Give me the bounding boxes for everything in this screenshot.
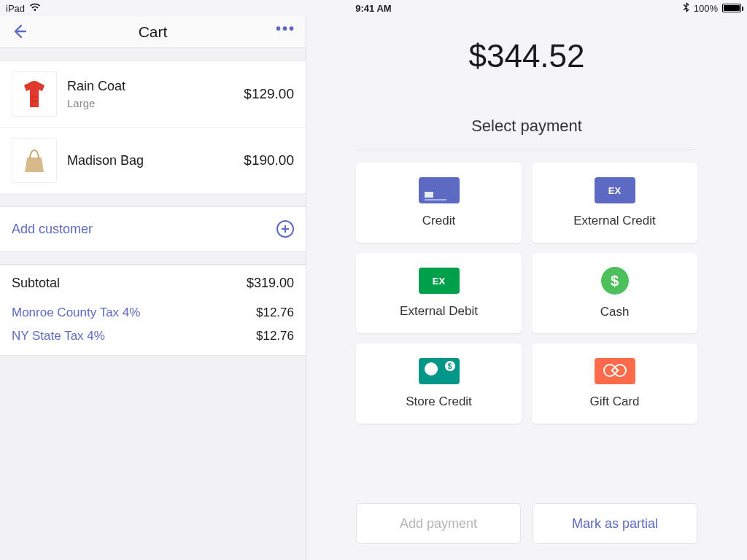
tax-label: NY State Tax 4%: [12, 329, 105, 343]
payment-method-store-credit[interactable]: $ Store Credit: [356, 343, 522, 424]
item-variant: Large: [67, 97, 233, 109]
cart-header: Cart •••: [0, 16, 306, 48]
payment-method-label: External Credit: [573, 214, 655, 228]
tax-value: $12.76: [256, 329, 294, 343]
tax-row[interactable]: NY State Tax 4% $12.76: [0, 324, 306, 355]
select-payment-heading: Select payment: [471, 117, 582, 136]
grand-total: $344.52: [468, 38, 584, 74]
payment-method-gift-card[interactable]: Gift Card: [532, 343, 697, 424]
cart-items: Rain Coat Large $129.00 Madison Bag $190…: [0, 61, 306, 193]
payment-method-label: Cash: [600, 305, 630, 319]
back-button[interactable]: [10, 22, 29, 44]
more-button[interactable]: •••: [276, 25, 295, 32]
item-price: $190.00: [244, 152, 294, 168]
plus-icon: [276, 220, 294, 238]
tax-row[interactable]: Monroe County Tax 4% $12.76: [0, 301, 306, 324]
item-thumbnail: [12, 138, 57, 183]
store-credit-icon: $: [419, 358, 460, 384]
add-payment-button[interactable]: Add payment: [356, 503, 521, 544]
payment-method-label: Credit: [422, 214, 455, 228]
payment-method-label: External Debit: [400, 304, 478, 319]
cart-title: Cart: [139, 23, 168, 41]
subtotal-row: Subtotal $319.00: [0, 265, 306, 301]
payment-method-credit[interactable]: Credit: [356, 163, 522, 243]
add-customer-label: Add customer: [12, 222, 93, 237]
payment-method-cash[interactable]: $ Cash: [532, 253, 697, 333]
cart-item[interactable]: Rain Coat Large $129.00: [0, 61, 306, 127]
payment-method-label: Gift Card: [589, 394, 639, 409]
subtotal-label: Subtotal: [12, 276, 60, 291]
add-customer-button[interactable]: Add customer: [0, 206, 306, 252]
payment-method-label: Store Credit: [406, 394, 472, 409]
item-name: Rain Coat: [67, 79, 233, 94]
cart-panel: Cart ••• Rain Coat Large $129.00 M: [0, 16, 306, 560]
payment-actions: Add payment Mark as partial: [356, 503, 697, 544]
cart-item[interactable]: Madison Bag $190.00: [0, 127, 306, 193]
payment-methods-grid: Credit EX External Credit EX External De…: [356, 149, 697, 424]
credit-card-icon: [419, 177, 460, 203]
item-thumbnail: [12, 71, 57, 117]
subtotal-value: $319.00: [247, 276, 294, 291]
item-price: $129.00: [244, 86, 294, 102]
cash-icon: $: [601, 267, 629, 295]
payment-method-external-credit[interactable]: EX External Credit: [532, 163, 697, 243]
payment-method-external-debit[interactable]: EX External Debit: [356, 253, 522, 333]
external-credit-icon: EX: [595, 177, 635, 203]
payment-panel: $344.52 Select payment Credit EX Externa…: [306, 16, 747, 560]
totals-section: Subtotal $319.00 Monroe County Tax 4% $1…: [0, 265, 306, 356]
external-debit-icon: EX: [419, 268, 460, 294]
tax-value: $12.76: [256, 306, 294, 320]
tax-label: Monroe County Tax 4%: [12, 306, 140, 320]
item-name: Madison Bag: [67, 153, 233, 168]
clock: 9:41 AM: [0, 3, 747, 14]
mark-partial-button[interactable]: Mark as partial: [533, 503, 697, 544]
gift-card-icon: [595, 358, 635, 384]
battery-icon: [722, 4, 741, 12]
status-bar: iPad 9:41 AM 100%: [0, 0, 747, 16]
